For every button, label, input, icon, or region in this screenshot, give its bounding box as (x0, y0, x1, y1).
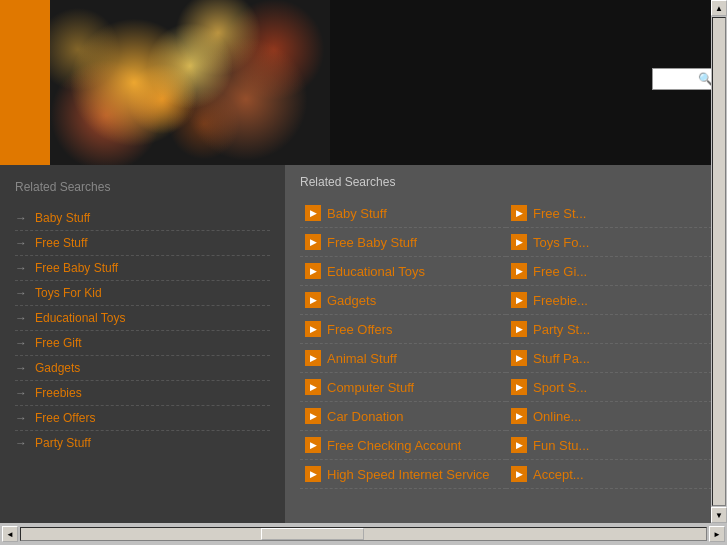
scroll-left-button[interactable]: ◄ (2, 526, 18, 542)
play-icon: ▶ (305, 263, 321, 279)
play-icon: ▶ (305, 205, 321, 221)
list-item: → Free Baby Stuff (15, 256, 270, 281)
sidebar: Related Searches → Baby Stuff → Free Stu… (0, 165, 285, 523)
play-icon: ▶ (305, 379, 321, 395)
sidebar-title: Related Searches (15, 180, 270, 194)
orange-bar (0, 0, 50, 165)
result-item: ▶ Toys Fo... (506, 228, 712, 257)
sidebar-link-party-stuff[interactable]: Party Stuff (35, 436, 91, 450)
result-item: ▶ Sport S... (506, 373, 712, 402)
arrow-icon: → (15, 361, 27, 375)
play-icon: ▶ (511, 234, 527, 250)
search-box-top[interactable]: 🔍 (652, 68, 712, 90)
result-link-sport-s[interactable]: Sport S... (533, 380, 587, 395)
result-link-accept[interactable]: Accept... (533, 467, 584, 482)
sidebar-link-free-stuff[interactable]: Free Stuff (35, 236, 87, 250)
play-icon: ▶ (305, 321, 321, 337)
play-icon: ▶ (511, 321, 527, 337)
result-link-computer-stuff[interactable]: Computer Stuff (327, 380, 414, 395)
result-item: ▶ Free Gi... (506, 257, 712, 286)
play-icon: ▶ (511, 408, 527, 424)
right-scroll-track[interactable] (712, 17, 726, 506)
scroll-down-button[interactable]: ▼ (711, 507, 727, 523)
arrow-icon: → (15, 411, 27, 425)
result-link-free-checking[interactable]: Free Checking Account (327, 438, 461, 453)
arrow-icon: → (15, 236, 27, 250)
result-item: ▶ Freebie... (506, 286, 712, 315)
result-link-fun-stu[interactable]: Fun Stu... (533, 438, 589, 453)
result-link-high-speed[interactable]: High Speed Internet Service (327, 467, 490, 482)
play-icon: ▶ (511, 466, 527, 482)
right-scrollbar: ▲ ▼ (711, 0, 727, 523)
arrow-icon: → (15, 286, 27, 300)
list-item: → Baby Stuff (15, 206, 270, 231)
arrow-icon: → (15, 261, 27, 275)
play-icon: ▶ (305, 466, 321, 482)
result-item: ▶ Computer Stuff (300, 373, 506, 402)
play-icon: ▶ (511, 292, 527, 308)
result-link-free-baby-stuff[interactable]: Free Baby Stuff (327, 235, 417, 250)
list-item: → Free Gift (15, 331, 270, 356)
main-content: Related Searches → Baby Stuff → Free Stu… (0, 165, 727, 523)
result-item: ▶ Baby Stuff (300, 199, 506, 228)
result-link-free-offers[interactable]: Free Offers (327, 322, 393, 337)
sidebar-link-free-offers[interactable]: Free Offers (35, 411, 95, 425)
scrollbar-track[interactable] (20, 527, 707, 541)
play-icon: ▶ (511, 379, 527, 395)
sidebar-list: → Baby Stuff → Free Stuff → Free Baby St… (15, 206, 270, 455)
scrollbar-thumb[interactable] (261, 528, 364, 540)
list-item: → Toys For Kid (15, 281, 270, 306)
arrow-icon: → (15, 336, 27, 350)
result-item: ▶ Party St... (506, 315, 712, 344)
play-icon: ▶ (305, 408, 321, 424)
result-item: ▶ Free Checking Account (300, 431, 506, 460)
result-link-free-gi[interactable]: Free Gi... (533, 264, 587, 279)
result-item: ▶ Online... (506, 402, 712, 431)
result-link-free-st[interactable]: Free St... (533, 206, 586, 221)
right-panel-title: Related Searches (300, 175, 712, 189)
scroll-right-button[interactable]: ► (709, 526, 725, 542)
result-item: ▶ Car Donation (300, 402, 506, 431)
bokeh-image (50, 0, 330, 165)
result-item: ▶ Accept... (506, 460, 712, 489)
result-link-baby-stuff[interactable]: Baby Stuff (327, 206, 387, 221)
result-link-toys-fo[interactable]: Toys Fo... (533, 235, 589, 250)
play-icon: ▶ (511, 205, 527, 221)
sidebar-link-baby-stuff[interactable]: Baby Stuff (35, 211, 90, 225)
sidebar-link-toys-for-kid[interactable]: Toys For Kid (35, 286, 102, 300)
result-item: ▶ Educational Toys (300, 257, 506, 286)
sidebar-link-free-gift[interactable]: Free Gift (35, 336, 82, 350)
top-right: 🔍 (330, 0, 727, 165)
result-item: ▶ Animal Stuff (300, 344, 506, 373)
sidebar-link-gadgets[interactable]: Gadgets (35, 361, 80, 375)
bottom-scrollbar: ◄ ► (0, 523, 727, 545)
play-icon: ▶ (511, 437, 527, 453)
play-icon: ▶ (511, 350, 527, 366)
play-icon: ▶ (511, 263, 527, 279)
scroll-up-button[interactable]: ▲ (711, 0, 727, 16)
result-item: ▶ Free Offers (300, 315, 506, 344)
result-link-car-donation[interactable]: Car Donation (327, 409, 404, 424)
list-item: → Educational Toys (15, 306, 270, 331)
result-link-stuff-pa[interactable]: Stuff Pa... (533, 351, 590, 366)
play-icon: ▶ (305, 234, 321, 250)
results-grid: ▶ Baby Stuff ▶ Free St... ▶ Free Baby St… (300, 199, 712, 489)
result-link-online[interactable]: Online... (533, 409, 581, 424)
result-link-gadgets[interactable]: Gadgets (327, 293, 376, 308)
search-input[interactable] (658, 73, 698, 85)
play-icon: ▶ (305, 437, 321, 453)
sidebar-link-freebies[interactable]: Freebies (35, 386, 82, 400)
result-link-animal-stuff[interactable]: Animal Stuff (327, 351, 397, 366)
result-item: ▶ Stuff Pa... (506, 344, 712, 373)
result-link-educational-toys[interactable]: Educational Toys (327, 264, 425, 279)
result-item: ▶ Fun Stu... (506, 431, 712, 460)
list-item: → Free Stuff (15, 231, 270, 256)
sidebar-link-educational-toys[interactable]: Educational Toys (35, 311, 126, 325)
result-item: ▶ Free St... (506, 199, 712, 228)
right-panel: Related Searches ▶ Baby Stuff ▶ Free St.… (285, 165, 727, 523)
result-link-freebie[interactable]: Freebie... (533, 293, 588, 308)
sidebar-link-free-baby-stuff[interactable]: Free Baby Stuff (35, 261, 118, 275)
result-item: ▶ High Speed Internet Service (300, 460, 506, 489)
play-icon: ▶ (305, 292, 321, 308)
result-link-party-st[interactable]: Party St... (533, 322, 590, 337)
